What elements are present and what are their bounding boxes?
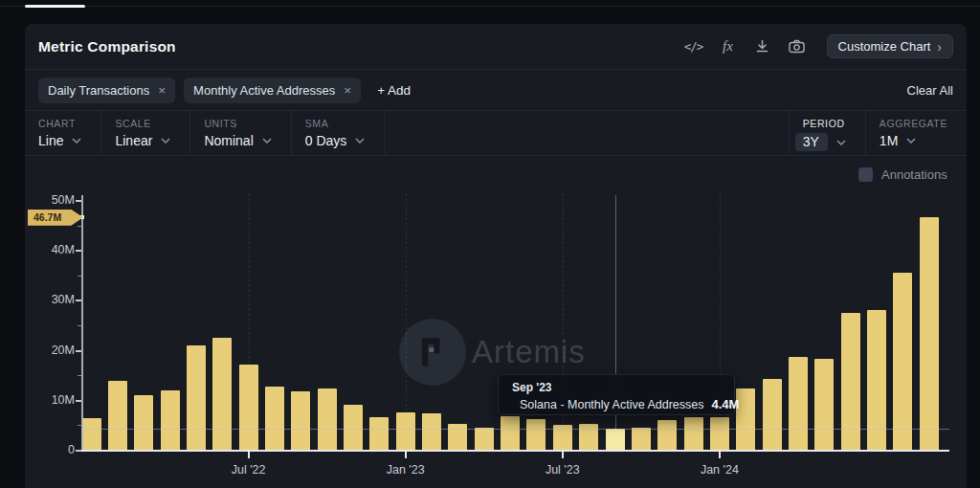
tooltip-value: 4.4M	[711, 397, 739, 411]
bar[interactable]	[789, 357, 808, 451]
bar[interactable]	[632, 428, 651, 451]
bar[interactable]	[344, 405, 363, 451]
bar[interactable]	[710, 417, 729, 451]
x-gridline	[406, 193, 407, 450]
x-axis-label: Jan '23	[375, 463, 436, 477]
bar[interactable]	[265, 387, 284, 451]
y-axis-tick	[76, 200, 81, 202]
y-axis-tick	[76, 250, 81, 252]
bar[interactable]	[108, 381, 127, 451]
y-axis-minor-tick	[78, 375, 81, 376]
tooltip-series-label: Solana - Monthly Active Addresses	[520, 398, 703, 411]
y-axis-minor-tick	[78, 276, 81, 277]
y-axis-tick	[76, 450, 81, 452]
bar[interactable]	[475, 428, 494, 451]
artemis-logo-watermark	[399, 319, 466, 386]
y-axis-label: 10M	[0, 393, 75, 407]
current-value-badge: 46.7M	[28, 210, 83, 226]
bar[interactable]	[396, 412, 415, 451]
page: Metric Comparison </> fx Customize Chart…	[0, 0, 980, 488]
bar[interactable]	[161, 390, 180, 451]
x-axis-line	[81, 450, 949, 452]
bar[interactable]	[318, 388, 337, 451]
bar[interactable]	[239, 365, 258, 451]
artemis-watermark-text: Artemis	[472, 334, 586, 370]
bar[interactable]	[579, 424, 598, 451]
bar[interactable]	[187, 345, 206, 451]
x-axis-tick	[719, 452, 721, 458]
bar[interactable]	[291, 391, 310, 451]
x-axis-label: Jul '22	[218, 463, 279, 477]
bar[interactable]	[134, 395, 153, 451]
bar[interactable]	[526, 419, 546, 451]
bar[interactable]	[369, 417, 389, 451]
y-axis-label: 40M	[0, 243, 75, 256]
x-axis-label: Jan '24	[689, 463, 750, 477]
bar[interactable]	[657, 420, 677, 451]
bar[interactable]	[684, 417, 703, 451]
x-axis-tick	[248, 452, 250, 458]
bar[interactable]	[606, 429, 625, 451]
bar[interactable]	[763, 379, 782, 451]
bar[interactable]	[841, 313, 860, 451]
bar[interactable]	[501, 416, 520, 451]
y-axis-minor-tick	[78, 425, 81, 426]
y-axis-tick	[76, 400, 81, 402]
y-axis-line	[81, 195, 83, 452]
bar[interactable]	[893, 273, 912, 451]
bar[interactable]	[82, 418, 101, 451]
bar[interactable]	[422, 413, 441, 451]
bar[interactable]	[212, 338, 232, 451]
x-axis-tick	[562, 452, 564, 458]
crosshair-horizontal	[81, 429, 949, 430]
bar-chart: Artemis 46.7M Sep '23 Solana - Monthly A…	[0, 0, 980, 488]
bar[interactable]	[920, 217, 939, 451]
y-axis-tick	[76, 350, 81, 352]
y-axis-minor-tick	[78, 325, 81, 326]
y-axis-label: 0	[0, 443, 75, 456]
y-axis-label: 30M	[0, 293, 75, 306]
bar[interactable]	[814, 359, 834, 451]
y-axis-label: 50M	[0, 193, 75, 207]
y-axis-minor-tick	[78, 226, 81, 227]
chart-tooltip: Sep '23 Solana - Monthly Active Addresse…	[498, 374, 735, 415]
y-axis-tick	[76, 299, 81, 301]
x-axis-label: Jul '23	[532, 463, 593, 477]
y-axis-label: 20M	[0, 344, 75, 357]
tooltip-date: Sep '23	[512, 381, 721, 394]
x-axis-tick	[405, 452, 407, 458]
